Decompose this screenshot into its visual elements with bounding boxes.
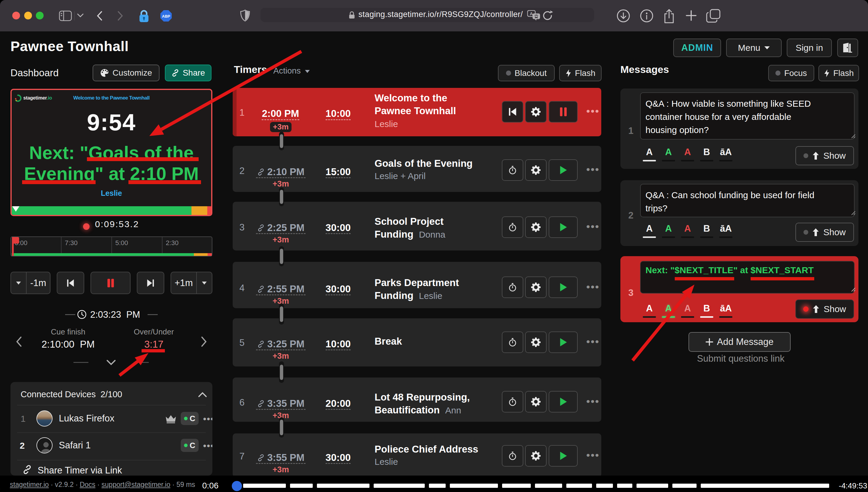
svg-text:A: A xyxy=(530,11,533,16)
svg-text:ABP: ABP xyxy=(162,14,170,19)
